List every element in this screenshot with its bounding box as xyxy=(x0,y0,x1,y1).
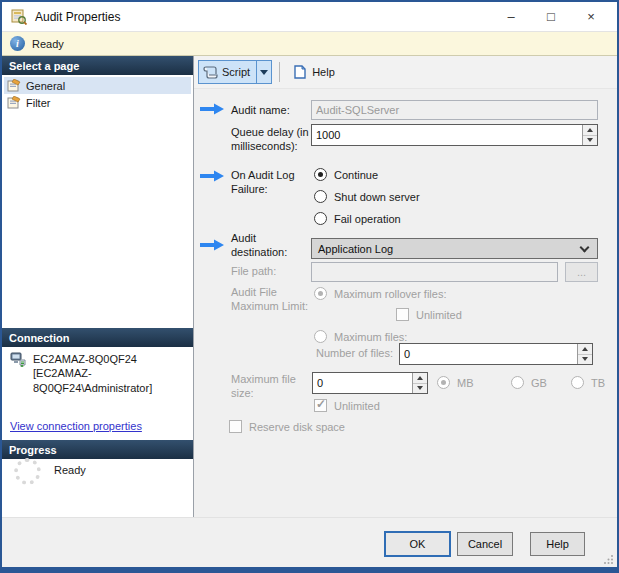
max-limit-label: Audit File Maximum Limit: xyxy=(231,286,313,314)
blue-arrow-icon xyxy=(200,103,226,115)
radio-selected-icon xyxy=(314,168,327,181)
server-connection-icon xyxy=(10,352,27,367)
toolbar: Script Help xyxy=(194,56,617,89)
sidebar-item-filter[interactable]: Filter xyxy=(4,94,191,111)
number-of-files-field[interactable] xyxy=(399,343,593,365)
minimize-button[interactable]: – xyxy=(491,2,531,32)
maximize-button[interactable]: □ xyxy=(531,2,571,32)
arrow-down-icon xyxy=(587,138,593,142)
progress-spinner-icon xyxy=(14,458,41,485)
help-page-icon xyxy=(293,65,307,79)
max-file-size-spin-buttons xyxy=(412,373,427,393)
radio-disabled-icon xyxy=(571,376,584,389)
title-bar: Audit Properties – □ × xyxy=(2,2,617,32)
close-button[interactable]: × xyxy=(571,2,611,32)
radio-shut-down-server[interactable]: Shut down server xyxy=(314,190,420,203)
sidebar-item-general[interactable]: General xyxy=(4,77,191,94)
footer: OK Cancel Help xyxy=(2,517,617,567)
checkbox-reserve-label: Reserve disk space xyxy=(249,421,345,433)
connection-info: EC2AMAZ-8Q0QF24 [EC2AMAZ-8Q0QF24\Adminis… xyxy=(10,352,187,395)
radio-fail-operation[interactable]: Fail operation xyxy=(314,212,401,225)
radio-icon xyxy=(314,212,327,225)
file-path-field xyxy=(311,262,558,282)
checkbox-unlimited-size-label: Unlimited xyxy=(334,400,380,412)
sidebar-item-label: General xyxy=(26,80,65,92)
help-toolbar-button[interactable]: Help xyxy=(287,60,341,84)
queue-delay-spinner xyxy=(311,124,598,146)
spin-down-button[interactable] xyxy=(413,384,427,394)
audit-destination-value: Application Log xyxy=(318,243,393,255)
spin-down-button[interactable] xyxy=(578,355,592,365)
arrow-down-icon xyxy=(417,386,423,390)
checkbox-unlimited-size: Unlimited xyxy=(314,399,380,412)
checkbox-icon xyxy=(229,420,242,433)
number-of-files-label: Number of files: xyxy=(316,347,396,361)
blue-arrow-icon xyxy=(200,170,226,182)
queue-delay-field[interactable] xyxy=(311,124,598,146)
radio-shutdown-label: Shut down server xyxy=(334,191,420,203)
chevron-down-icon xyxy=(260,70,268,75)
progress-status: Ready xyxy=(54,464,86,476)
browse-button: ... xyxy=(565,262,598,282)
audit-destination-label: Audit destination: xyxy=(231,232,313,260)
radio-rollover-label: Maximum rollover files: xyxy=(334,288,446,300)
view-connection-properties-link[interactable]: View connection properties xyxy=(10,420,142,432)
radio-tb: TB xyxy=(571,376,605,389)
status-text: Ready xyxy=(32,38,64,50)
spin-up-button[interactable] xyxy=(413,373,427,384)
spin-down-button[interactable] xyxy=(583,136,597,146)
radio-continue[interactable]: Continue xyxy=(314,168,378,181)
queue-delay-label: Queue delay (in milliseconds): xyxy=(231,126,313,154)
connection-header: Connection xyxy=(2,328,193,347)
select-a-page-header: Select a page xyxy=(2,56,193,75)
script-button[interactable]: Script xyxy=(198,60,256,84)
radio-gb-label: GB xyxy=(531,377,547,389)
radio-gb: GB xyxy=(511,376,547,389)
max-file-size-field[interactable] xyxy=(312,372,428,394)
sidebar: Select a page General Filter xyxy=(2,56,194,517)
sidebar-item-label: Filter xyxy=(26,97,50,109)
cancel-button[interactable]: Cancel xyxy=(457,532,513,556)
script-button-label: Script xyxy=(222,66,250,78)
checkbox-unlimited-label: Unlimited xyxy=(416,309,462,321)
arrow-up-icon xyxy=(587,128,593,132)
queue-delay-spin-buttons xyxy=(582,125,597,145)
resize-grip[interactable] xyxy=(604,554,614,564)
radio-mb: MB xyxy=(437,376,474,389)
arrow-up-icon xyxy=(417,376,423,380)
radio-icon xyxy=(314,190,327,203)
radio-mb-label: MB xyxy=(457,377,474,389)
spin-up-button[interactable] xyxy=(583,125,597,136)
radio-selected-disabled-icon xyxy=(314,287,327,300)
connection-text: EC2AMAZ-8Q0QF24 [EC2AMAZ-8Q0QF24\Adminis… xyxy=(33,352,187,395)
checkbox-reserve-disk-space: Reserve disk space xyxy=(229,420,345,433)
radio-fail-label: Fail operation xyxy=(334,213,401,225)
radio-continue-label: Continue xyxy=(334,169,378,181)
checkbox-unlimited-rollover: Unlimited xyxy=(396,308,462,321)
help-button[interactable]: Help xyxy=(530,532,585,556)
radio-max-files-label: Maximum files: xyxy=(334,331,407,343)
radio-maximum-rollover-files: Maximum rollover files: xyxy=(314,287,446,300)
audit-name-label: Audit name: xyxy=(231,104,313,118)
progress-header: Progress xyxy=(2,440,193,459)
info-icon: i xyxy=(10,36,25,51)
on-failure-label: On Audit Log Failure: xyxy=(231,169,313,197)
script-scroll-icon xyxy=(203,65,218,79)
dialog-body: Select a page General Filter xyxy=(2,56,617,517)
checkbox-icon xyxy=(396,308,409,321)
audit-app-icon xyxy=(11,9,27,25)
page-icon xyxy=(7,79,21,92)
radio-tb-label: TB xyxy=(591,377,605,389)
audit-destination-dropdown[interactable]: Application Log xyxy=(311,238,598,259)
arrow-down-icon xyxy=(582,357,588,361)
toolbar-separator xyxy=(279,62,280,82)
number-of-files-spinner xyxy=(399,343,593,365)
chevron-down-icon xyxy=(580,243,590,253)
radio-maximum-files: Maximum files: xyxy=(314,330,407,343)
ok-button[interactable]: OK xyxy=(384,531,451,557)
number-of-files-spin-buttons xyxy=(577,344,592,364)
spin-up-button[interactable] xyxy=(578,344,592,355)
arrow-up-icon xyxy=(582,347,588,351)
script-dropdown-button[interactable] xyxy=(256,60,272,84)
max-file-size-label: Maximum file size: xyxy=(231,373,313,401)
